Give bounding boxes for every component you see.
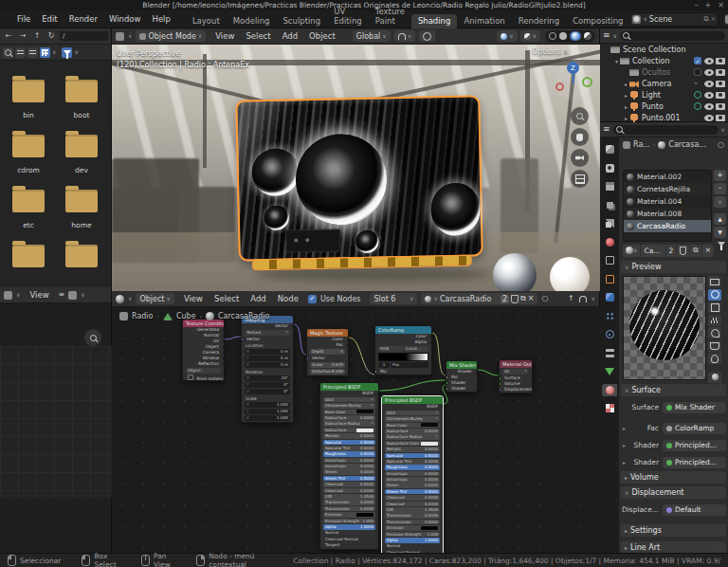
node-colorramp[interactable]: ColorRamp Color Alpha RGB Const... 1 Pos… (374, 325, 432, 375)
tab-collection[interactable] (602, 254, 617, 266)
node-title[interactable]: Magic Texture (307, 329, 348, 337)
outliner-item-label[interactable]: Punto (642, 102, 694, 111)
folder-item[interactable] (8, 245, 49, 276)
bsdf-output[interactable]: BSDF (320, 391, 378, 396)
tab-scene[interactable] (602, 217, 617, 229)
vector-output[interactable]: Vector (242, 323, 293, 329)
principled-row[interactable]: Alpha1.0000 (385, 538, 440, 543)
chrome-reference-sphere[interactable] (493, 253, 537, 291)
socket-in[interactable] (500, 382, 501, 386)
viewport-menu-add[interactable]: Add (277, 31, 303, 41)
principled-row[interactable]: Roughness0.5000 (385, 465, 440, 470)
principled-row[interactable]: Emission (323, 512, 375, 518)
expand-arrow-icon[interactable]: ▾ (613, 58, 620, 64)
principled-row[interactable]: GGX∨ (323, 397, 375, 403)
rendered-shading-button[interactable] (584, 32, 592, 40)
parent-node-tree-icon[interactable]: ↑ (568, 295, 574, 302)
chevron-down-icon[interactable]: ∨ (81, 292, 84, 298)
shader-menu-node[interactable]: Node (272, 294, 304, 303)
outliner-row[interactable]: ▸Light (600, 89, 728, 101)
node-mix-shader[interactable]: Mix Shader Shader FacShaderShader (446, 360, 478, 393)
toggle-perspective-button[interactable] (571, 170, 589, 188)
principled-row[interactable]: Clearcoat Roughness0.0300 (323, 488, 375, 494)
ramp-gradient-bar[interactable] (378, 353, 428, 361)
node-title[interactable]: ColorRamp (375, 326, 431, 334)
alpha-output[interactable]: Alpha (375, 339, 431, 345)
principled-row[interactable]: GGX∨ (385, 411, 440, 416)
view-layer-selector[interactable]: ∨ View Layer ⧉ × (722, 12, 728, 27)
socket-alpha-out[interactable] (430, 340, 432, 344)
ramp-mode-dropdown[interactable]: RGB (378, 346, 403, 352)
workspace-tab-layout[interactable]: Layout (186, 14, 227, 28)
filter-dropdown[interactable] (718, 247, 725, 255)
socket-fac-out[interactable] (347, 343, 349, 347)
preview-sphere-button[interactable] (708, 289, 721, 301)
principled-row[interactable]: Transmission0.0000 (323, 500, 375, 505)
node-input[interactable]: Displacement (500, 387, 532, 393)
principled-row[interactable]: Emission (385, 525, 440, 531)
socket-color-out[interactable] (430, 335, 432, 338)
principled-row[interactable]: Anisotropic0.0000 (323, 458, 375, 464)
expand-arrow-icon[interactable]: ▸ (621, 459, 628, 466)
copy-icon[interactable]: ⧉ (520, 295, 526, 302)
expand-arrow-icon[interactable]: ▸ (623, 115, 629, 121)
material-browse-button[interactable]: ∨ (623, 245, 640, 257)
minimize-button[interactable]: – (695, 1, 699, 9)
outliner-item-label[interactable]: Scene Collection (623, 46, 726, 54)
tab-view-layer[interactable] (602, 199, 617, 211)
viewport-menu-select[interactable]: Select (240, 31, 276, 41)
viewport-3d[interactable]: ∨ Object Mode ∨ ViewSelectAddObject Glob… (112, 28, 600, 291)
fac-output[interactable]: Fac (307, 342, 348, 348)
breadcrumb-material[interactable]: CarcasaRadio (218, 312, 269, 320)
move-slot-up-button[interactable]: ▲ (714, 213, 726, 225)
socket-out[interactable] (223, 345, 225, 349)
editor-type-icon[interactable] (116, 32, 124, 41)
shader-link-button[interactable]: Principled... (663, 440, 726, 451)
principled-row[interactable]: Emission Strength1.000 (323, 519, 375, 524)
chevron-down-icon[interactable]: ∨ (592, 296, 595, 302)
fake-user-button[interactable] (677, 245, 689, 257)
principled-row[interactable]: Transmission0.0000 (385, 513, 440, 519)
gizmo-z-axis[interactable]: Z (567, 62, 579, 74)
socket-vector-out[interactable] (292, 324, 294, 328)
principled-row[interactable]: Tangent (323, 542, 375, 548)
hide-in-viewport-eye-icon[interactable] (704, 81, 714, 87)
breadcrumb-material[interactable]: Carcasa... (668, 140, 706, 149)
material-name[interactable]: CarcasaRadio (440, 295, 499, 303)
mapping-value-field[interactable]: Z1.000 (245, 415, 290, 421)
disable-in-renders-camera-icon[interactable] (716, 115, 725, 121)
menu-file[interactable]: File (11, 14, 36, 24)
material-slot-row[interactable]: Material.008 (624, 208, 711, 220)
socket-in[interactable] (446, 375, 448, 379)
shader-type-dropdown[interactable]: Object ∨ (136, 293, 173, 304)
ramp-stop-index[interactable]: 1 (378, 362, 390, 368)
socket-out[interactable] (223, 334, 225, 338)
magic-value-field[interactable]: Scale0.670 (310, 362, 345, 368)
principled-row[interactable]: Christensen-Burley∨ (323, 403, 375, 409)
hide-in-viewport-eye-icon[interactable] (704, 103, 714, 110)
workspace-tab-texture-paint[interactable]: Texture Paint (369, 5, 411, 28)
pan-tool-button[interactable] (571, 128, 589, 146)
preview-world-button[interactable] (708, 372, 721, 383)
line-art-panel-header[interactable]: ▸ Line Art ···· (621, 541, 726, 553)
editor-type-icon[interactable] (116, 295, 124, 303)
object-field[interactable]: Object: (186, 368, 221, 374)
magic-value-field[interactable]: Distortion8.500 (310, 369, 345, 375)
expand-arrow-icon[interactable]: ▸ (621, 442, 628, 448)
breadcrumb-mesh[interactable]: Cube (176, 312, 196, 320)
transform-orientation-dropdown[interactable]: Global ∨ (353, 30, 391, 42)
principled-row[interactable]: Clearcoat Normal (323, 537, 375, 542)
shader-link-button[interactable]: ColorRamp (663, 423, 726, 434)
mapping-value-field[interactable]: Z0° (245, 389, 290, 394)
preview-hair-button[interactable] (708, 315, 721, 326)
principled-row[interactable]: Normal (323, 530, 375, 536)
preview-cloth-button[interactable] (708, 340, 721, 352)
principled-row[interactable]: Sheen0.0000 (323, 469, 375, 475)
shader-link-button[interactable]: Mix Shader (663, 402, 726, 413)
settings-panel-header[interactable]: ▸ Settings ···· (621, 524, 726, 537)
mapping-value-field[interactable]: Z0 m (245, 362, 290, 368)
disable-in-renders-camera-icon[interactable] (716, 103, 725, 110)
depth-field[interactable]: Depth5 (310, 349, 345, 355)
overlays-toggle[interactable]: ∨ (520, 30, 540, 42)
tab-output[interactable] (602, 180, 617, 192)
